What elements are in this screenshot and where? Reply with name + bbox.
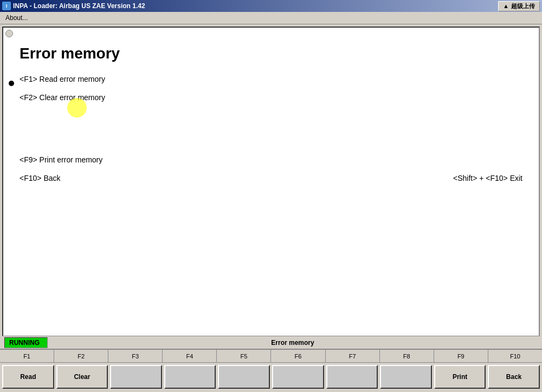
title-bar-text: INPA - Loader: Airbag US ZAE Version 1.4… <box>13 2 145 10</box>
content-area: <F1> Read error memory <F2> Clear error … <box>3 73 539 104</box>
fkey-btn-f9[interactable]: Print <box>434 365 486 389</box>
fkey-label-f8: F8 <box>380 350 434 362</box>
fkey-label-f2: F2 <box>54 350 108 362</box>
fkey-btn-f10[interactable]: Back <box>488 365 540 389</box>
bottom-line: <F10> Back <Shift> + <F10> Exit <box>3 172 539 184</box>
fkey-btn-f7 <box>326 365 378 389</box>
window-indicator <box>5 30 13 37</box>
menu-line-f2[interactable]: <F2> Clear error memory <box>20 92 522 103</box>
fkey-btn-f2[interactable]: Clear <box>56 365 108 389</box>
title-bar-controls: ▲ 超级上传 <box>498 1 540 11</box>
app-icon: I <box>2 2 11 10</box>
title-bar-left: I INPA - Loader: Airbag US ZAE Version 1… <box>2 2 145 10</box>
f9-key-label: <F9> <box>20 155 40 164</box>
fkey-buttons-row: Read Clear Print Back <box>0 363 542 392</box>
fkey-label-f5: F5 <box>217 350 271 362</box>
menu-line-exit[interactable]: <Shift> + <F10> Exit <box>453 172 522 184</box>
upload-button[interactable]: ▲ 超级上传 <box>498 1 540 11</box>
fkey-label-f9: F9 <box>434 350 488 362</box>
upload-label: 超级上传 <box>511 2 535 10</box>
fkey-btn-f5 <box>218 365 270 389</box>
fkey-label-f3: F3 <box>108 350 163 362</box>
window-toolbar <box>3 28 539 40</box>
fkey-labels-row: F1 F2 F3 F4 F5 F6 F7 F8 F9 F10 <box>0 350 542 363</box>
f1-key-label: <F1> <box>20 75 40 83</box>
fkey-label-f10: F10 <box>488 350 542 362</box>
f2-key-label: <F2> <box>20 93 40 102</box>
status-center-label: Error memory <box>48 339 538 347</box>
f9-description: Print error memory <box>40 155 103 164</box>
fkey-btn-f6 <box>272 365 324 389</box>
exit-shortcut: <Shift> + <F10> Exit <box>453 174 522 182</box>
fkey-btn-f4 <box>164 365 216 389</box>
fkey-label-f1: F1 <box>0 350 54 362</box>
fkey-bar: F1 F2 F3 F4 F5 F6 F7 F8 F9 F10 Read Clea… <box>0 349 542 392</box>
menu-line-f10[interactable]: <F10> Back <box>20 172 61 184</box>
fkey-btn-f3 <box>110 365 162 389</box>
f2-description: Clear error memory <box>40 93 105 102</box>
main-window: Error memory <F1> Read error memory <F2>… <box>2 27 540 343</box>
f1-description: Read error memory <box>40 75 105 83</box>
status-bar: RUNNING Error memory <box>2 336 540 349</box>
f10-key-label: <F10> <box>20 174 43 182</box>
title-bar: I INPA - Loader: Airbag US ZAE Version 1… <box>0 0 542 12</box>
content-area-bottom: <F9> Print error memory <box>3 154 539 166</box>
fkey-label-f6: F6 <box>271 350 325 362</box>
fkey-btn-f1[interactable]: Read <box>2 365 54 389</box>
menu-about[interactable]: About... <box>2 13 31 23</box>
running-status: RUNNING <box>4 337 48 348</box>
f10-description: Back <box>43 174 60 182</box>
fkey-btn-f8 <box>380 365 432 389</box>
fkey-label-f7: F7 <box>326 350 380 362</box>
fkey-label-f4: F4 <box>163 350 217 362</box>
black-dot-indicator <box>9 81 14 86</box>
upload-icon: ▲ <box>503 3 509 9</box>
menu-line-f1[interactable]: <F1> Read error memory <box>20 73 522 85</box>
menu-bar: About... <box>0 12 542 24</box>
menu-line-f9[interactable]: <F9> Print error memory <box>20 154 522 166</box>
page-title: Error memory <box>3 40 539 73</box>
